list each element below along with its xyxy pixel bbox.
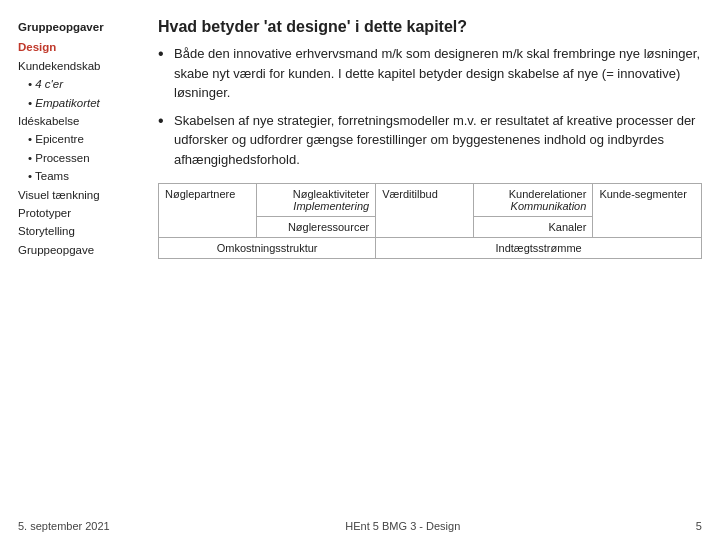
sidebar-item-epicentre: • Epicentre	[18, 130, 136, 148]
sidebar-gruppeopgave: Gruppeopgave	[18, 241, 136, 259]
sidebar-item-processen: • Processen	[18, 149, 136, 167]
sidebar-visuel-taenkning: Visuel tænkning	[18, 186, 136, 204]
bmc-top-row: Nøglepartnere Nøgleaktiviteter Implement…	[159, 184, 702, 217]
noeglepartnere-label: Nøglepartnere	[165, 188, 235, 200]
sidebar-ideskabelse: Idéskabelse	[18, 112, 136, 130]
bullet-item-1: • Både den innovative erhvervsmand m/k s…	[158, 44, 702, 103]
kunderelationer-label: Kunderelationer	[509, 188, 587, 200]
right-content: Hvad betyder 'at designe' i dette kapite…	[148, 18, 702, 508]
implementering-label: Implementering	[293, 200, 369, 212]
bmc-table: Nøglepartnere Nøgleaktiviteter Implement…	[158, 183, 702, 259]
sidebar-design-link: Design	[18, 38, 136, 56]
sidebar-prototyper: Prototyper	[18, 204, 136, 222]
kanaler-label: Kanaler	[548, 221, 586, 233]
left-sidebar: Gruppeopgaver Design Kundekendskab • 4 c…	[18, 18, 148, 508]
page: Gruppeopgaver Design Kundekendskab • 4 c…	[0, 0, 720, 540]
bmc-bottom-row: Omkostningsstruktur Indtægtsstrømme	[159, 238, 702, 259]
sidebar-storytelling: Storytelling	[18, 222, 136, 240]
kommunikation-label: Kommunikation	[511, 200, 587, 212]
main-content: Gruppeopgaver Design Kundekendskab • 4 c…	[0, 0, 720, 516]
sidebar-section-gruppeopgaver: Gruppeopgaver	[18, 18, 136, 36]
bullet-text-2: Skabelsen af nye strategier, forretnings…	[174, 111, 702, 170]
sidebar-kundekendskab: Kundekendskab	[18, 57, 136, 75]
omkostningsstruktur-label: Omkostningsstruktur	[217, 242, 318, 254]
bmc-cell-omkostningsstruktur: Omkostningsstruktur	[159, 238, 376, 259]
bullet-text-1: Både den innovative erhvervsmand m/k som…	[174, 44, 702, 103]
bullet-icon-2: •	[158, 111, 174, 170]
bmc-cell-kanaler: Kanaler	[473, 217, 592, 238]
noegleaktiviteter-label: Nøgleaktiviteter	[293, 188, 369, 200]
footer-page: 5	[696, 520, 702, 532]
bmc-section: Nøglepartnere Nøgleaktiviteter Implement…	[158, 183, 702, 259]
main-title: Hvad betyder 'at designe' i dette kapite…	[158, 18, 702, 36]
bullet-list: • Både den innovative erhvervsmand m/k s…	[158, 44, 702, 169]
vaerditilbud-label: Værditilbud	[382, 188, 438, 200]
bmc-cell-noeglepartnere: Nøglepartnere	[159, 184, 257, 238]
kundesegmenter-label: Kunde-segmenter	[599, 188, 686, 200]
sidebar-item-teams: • Teams	[18, 167, 136, 185]
bmc-cell-noegleressourcer: Nøgleressourcer	[256, 217, 375, 238]
bullet-icon-1: •	[158, 44, 174, 103]
bmc-cell-kunderelationer: Kunderelationer Kommunikation	[473, 184, 592, 217]
footer: 5. september 2021 HEnt 5 BMG 3 - Design …	[0, 516, 720, 540]
footer-center: HEnt 5 BMG 3 - Design	[345, 520, 460, 532]
sidebar-item-4cer: • 4 c'er	[18, 75, 136, 93]
indtagtsstroemme-label: Indtægtsstrømme	[496, 242, 582, 254]
sidebar-item-empatikortet: • Empatikortet	[18, 94, 136, 112]
bullet-item-2: • Skabelsen af nye strategier, forretnin…	[158, 111, 702, 170]
bmc-cell-kundesegmenter: Kunde-segmenter	[593, 184, 702, 238]
bmc-cell-indtagtsstroemme: Indtægtsstrømme	[376, 238, 702, 259]
bmc-cell-vaerditilbud: Værditilbud	[376, 184, 474, 238]
footer-date: 5. september 2021	[18, 520, 110, 532]
bmc-cell-noegleaktiviteter: Nøgleaktiviteter Implementering	[256, 184, 375, 217]
noegleressourcer-label: Nøgleressourcer	[288, 221, 369, 233]
